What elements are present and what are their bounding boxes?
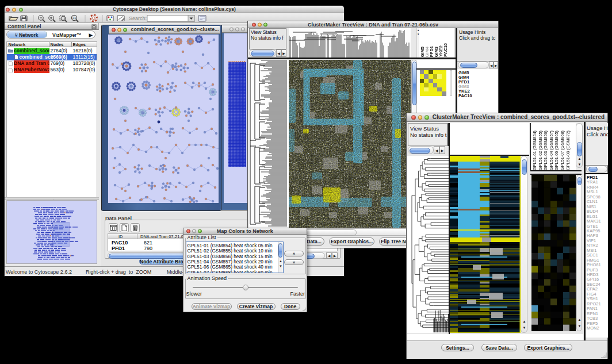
svg-text:1:1: 1:1 (72, 17, 76, 20)
svg-text:Search:: Search: (129, 16, 147, 21)
